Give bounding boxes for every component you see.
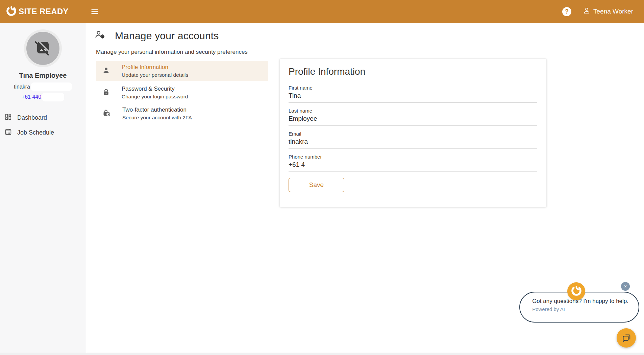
first-name-label: First name [289,85,537,91]
chat-brand-badge [567,282,585,300]
email-redaction [31,82,72,91]
account-menu-button[interactable]: Teena Worker [583,7,633,16]
calendar-icon [4,128,12,137]
profile-information-card: Profile Information First name Last name… [279,58,547,207]
sidebar-user-phone[interactable]: +61 440 [0,93,86,101]
site-ready-logo-icon [6,6,17,18]
menu-item-password-security[interactable]: Password & Security Change your login pa… [96,82,268,103]
dashboard-icon [4,113,12,122]
person-icon [583,7,591,16]
person-icon [102,66,110,76]
phone-visible-text: +61 440 [22,94,41,100]
sidebar-user-name: Tina Employee [0,72,86,79]
menu-item-two-factor[interactable]: Two-factor authentication Secure your ac… [96,103,268,124]
menu-item-subtitle: Update your personal details [122,72,188,78]
chat-powered-by: Powered by AI [532,306,628,312]
header-actions: ? Teena Worker [562,7,633,16]
last-name-label: Last name [289,108,537,114]
sidebar-item-label: Job Schedule [17,129,54,136]
first-name-field-group: First name [289,85,537,102]
app-window: SITE READY ? Teena Worker [0,0,644,355]
site-ready-logo-icon [571,285,582,298]
chat-teaser-bubble[interactable]: × Got any questions? I'm happy to help. … [519,292,639,323]
close-icon: × [624,284,627,289]
last-name-field-group: Last name [289,108,537,125]
phone-label: Phone number [289,154,537,160]
menu-item-title: Two-factor authentication [122,106,192,113]
brand-name: SITE READY [19,7,69,16]
email-label: Email [289,131,537,137]
email-field-group: Email [289,131,537,148]
header-user-name: Teena Worker [593,8,633,15]
chat-bubbles-icon [621,332,631,344]
menu-item-subtitle: Change your login password [122,94,188,100]
phone-redaction [42,93,64,101]
phone-input[interactable] [289,161,537,171]
help-glyph: ? [565,8,569,15]
sidebar-item-job-schedule[interactable]: Job Schedule [0,125,86,140]
email-input[interactable] [289,138,537,148]
page-title: Manage your accounts [115,30,219,42]
page-header: Manage your accounts [95,30,219,42]
help-icon[interactable]: ? [562,7,571,16]
chat-close-button[interactable]: × [621,282,630,291]
sidebar-item-dashboard[interactable]: Dashboard [0,110,86,125]
lock-icon [102,88,110,97]
profile-form: First name Last name Email Phone number [289,85,537,171]
menu-item-subtitle: Secure your account with 2FA [122,115,192,121]
hamburger-menu-icon[interactable] [89,6,100,17]
card-title: Profile Information [289,66,537,77]
sidebar-nav: Dashboard J [0,110,86,140]
phone-field-group: Phone number [289,154,537,171]
brand-logo: SITE READY [6,6,69,18]
chat-fab-button[interactable] [617,328,636,348]
avatar[interactable] [24,29,62,67]
manage-accounts-icon [95,30,105,42]
last-name-input[interactable] [289,115,537,125]
menu-item-title: Password & Security [122,86,188,92]
email-visible-text: tinakra [14,84,30,90]
top-app-bar: SITE READY ? Teena Worker [0,0,644,23]
lock-clock-icon [102,109,111,119]
sidebar-user-email: tinakra [0,82,86,91]
bottom-scroll-strip[interactable] [0,353,644,355]
avatar-placeholder [26,32,59,65]
image-not-supported-icon [35,40,51,57]
menu-item-profile-information[interactable]: Profile Information Update your personal… [96,61,268,81]
sidebar: Tina Employee tinakra +61 440 Dashboard [0,23,86,353]
menu-item-title: Profile Information [122,64,188,71]
save-button[interactable]: Save [289,178,344,192]
sidebar-item-label: Dashboard [17,114,47,121]
page-subtitle: Manage your personal information and sec… [96,49,248,55]
first-name-input[interactable] [289,92,537,102]
